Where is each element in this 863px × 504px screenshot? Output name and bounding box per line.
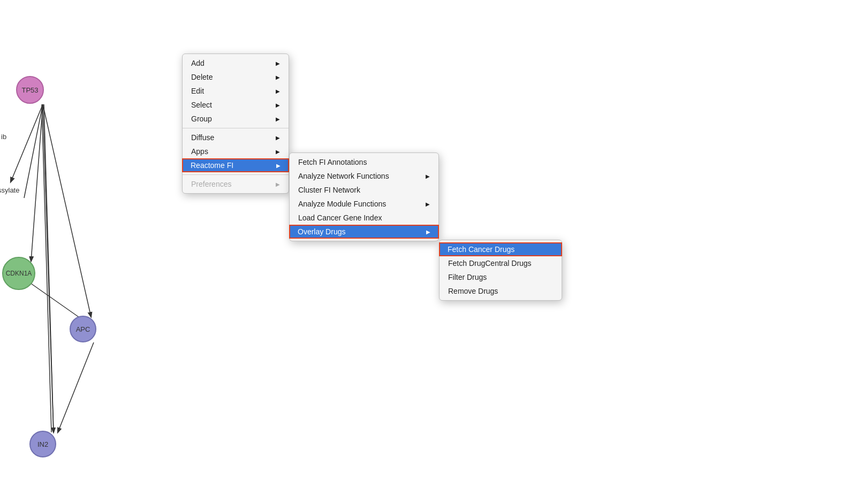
menu-item-apps[interactable]: Apps ▶ [183,144,289,158]
submenu-load-cancer-gene-index[interactable]: Load Cancer Gene Index [290,211,438,225]
menu-item-apps-label: Apps [191,147,208,156]
node-apc-label: APC [76,325,90,333]
submenu-fetch-drugcentral-drugs[interactable]: Fetch DrugCentral Drugs [440,256,562,270]
menu-item-preferences-label: Preferences [191,180,231,188]
svg-line-1 [31,104,43,261]
node-tp53-label: TP53 [21,86,38,94]
menu-item-delete-label: Delete [191,73,213,81]
node-cdkn1a-label: CDKN1A [6,270,32,277]
menu-item-edit-arrow: ▶ [276,88,280,94]
menu-item-select[interactable]: Select ▶ [183,98,289,112]
label-ib: ib [1,133,6,141]
svg-line-7 [42,104,51,432]
svg-line-3 [43,104,54,432]
submenu-analyze-module-functions-arrow: ▶ [426,201,430,207]
svg-line-2 [43,104,91,317]
menu-item-group-label: Group [191,114,212,123]
svg-line-4 [11,104,43,182]
separator-2 [183,174,289,175]
svg-line-6 [44,104,54,432]
submenu-filter-drugs-label: Filter Drugs [448,273,487,281]
menu-item-diffuse-label: Diffuse [191,133,214,142]
menu-item-apps-arrow: ▶ [276,149,280,155]
menu-item-group-arrow: ▶ [276,116,280,122]
separator-1 [183,128,289,128]
svg-line-9 [58,342,94,432]
menu-item-delete[interactable]: Delete ▶ [183,70,289,84]
network-edges [0,0,863,504]
submenu-fetch-fi-annotations[interactable]: Fetch FI Annotations [290,155,438,169]
submenu-load-cancer-gene-index-label: Load Cancer Gene Index [298,213,382,222]
submenu-fetch-cancer-drugs[interactable]: Fetch Cancer Drugs [439,242,562,256]
submenu-fetch-fi-annotations-label: Fetch FI Annotations [298,158,367,166]
svg-line-5 [24,104,43,198]
menu-item-diffuse-arrow: ▶ [276,135,280,141]
submenu-fetch-drugcentral-drugs-label: Fetch DrugCentral Drugs [448,259,532,268]
menu-item-preferences-arrow: ▶ [276,181,280,187]
submenu-overlay-drugs-menu: Fetch Cancer Drugs Fetch DrugCentral Dru… [439,240,562,301]
menu-item-preferences[interactable]: Preferences ▶ [183,177,289,191]
submenu-remove-drugs[interactable]: Remove Drugs [440,284,562,298]
submenu-cluster-fi-network[interactable]: Cluster FI Network [290,183,438,197]
submenu-analyze-network-functions-label: Analyze Network Functions [298,172,389,180]
label-ssylate: ssylate [0,186,19,194]
submenu-filter-drugs[interactable]: Filter Drugs [440,270,562,284]
menu-item-edit[interactable]: Edit ▶ [183,84,289,98]
node-apc[interactable]: APC [70,316,96,342]
node-tp53[interactable]: TP53 [16,76,44,104]
menu-item-delete-arrow: ▶ [276,74,280,80]
menu-item-add-label: Add [191,59,205,67]
svg-line-8 [31,284,81,319]
node-cdkn1a[interactable]: CDKN1A [2,257,35,290]
submenu-analyze-module-functions[interactable]: Analyze Module Functions ▶ [290,197,438,211]
menu-item-select-arrow: ▶ [276,102,280,108]
submenu-analyze-network-functions[interactable]: Analyze Network Functions ▶ [290,169,438,183]
submenu-analyze-network-functions-arrow: ▶ [426,173,430,179]
submenu-cluster-fi-network-label: Cluster FI Network [298,186,360,194]
menu-item-reactome-fi-label: Reactome FI [191,161,233,170]
menu-item-add-arrow: ▶ [276,60,280,66]
node-in2[interactable]: IN2 [29,431,56,457]
menu-item-reactome-fi[interactable]: Reactome FI ▶ [182,158,289,172]
submenu-overlay-drugs-label: Overlay Drugs [298,227,345,236]
menu-item-add[interactable]: Add ▶ [183,56,289,70]
menu-item-reactome-fi-arrow: ▶ [276,163,281,169]
submenu-analyze-module-functions-label: Analyze Module Functions [298,200,386,208]
menu-item-group[interactable]: Group ▶ [183,112,289,126]
menu-item-select-label: Select [191,101,212,109]
submenu-fetch-cancer-drugs-label: Fetch Cancer Drugs [448,245,514,254]
context-menu: Add ▶ Delete ▶ Edit ▶ Select ▶ Group ▶ D… [182,54,289,194]
submenu-reactome-fi: Fetch FI Annotations Analyze Network Fun… [289,152,439,241]
submenu-overlay-drugs[interactable]: Overlay Drugs ▶ [289,225,439,239]
network-background: TP53 CDKN1A APC IN2 ib ssylate [0,0,863,504]
menu-item-diffuse[interactable]: Diffuse ▶ [183,131,289,144]
menu-item-edit-label: Edit [191,87,204,95]
submenu-remove-drugs-label: Remove Drugs [448,287,498,295]
node-in2-label: IN2 [37,440,48,448]
submenu-overlay-drugs-arrow: ▶ [426,229,430,235]
